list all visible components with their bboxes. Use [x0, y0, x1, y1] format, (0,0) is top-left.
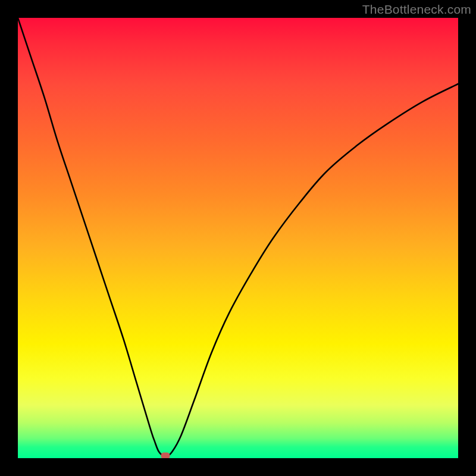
chart-frame: TheBottleneck.com — [0, 0, 476, 476]
optimal-point-marker — [161, 452, 170, 458]
plot-area — [18, 18, 458, 458]
watermark-text: TheBottleneck.com — [362, 2, 471, 17]
bottleneck-curve — [18, 18, 458, 458]
